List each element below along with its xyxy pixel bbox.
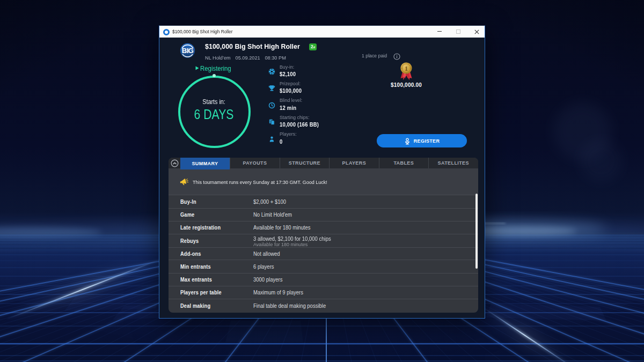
svg-text:1: 1 [404,64,408,72]
svg-text:BIG: BIG [182,47,194,55]
